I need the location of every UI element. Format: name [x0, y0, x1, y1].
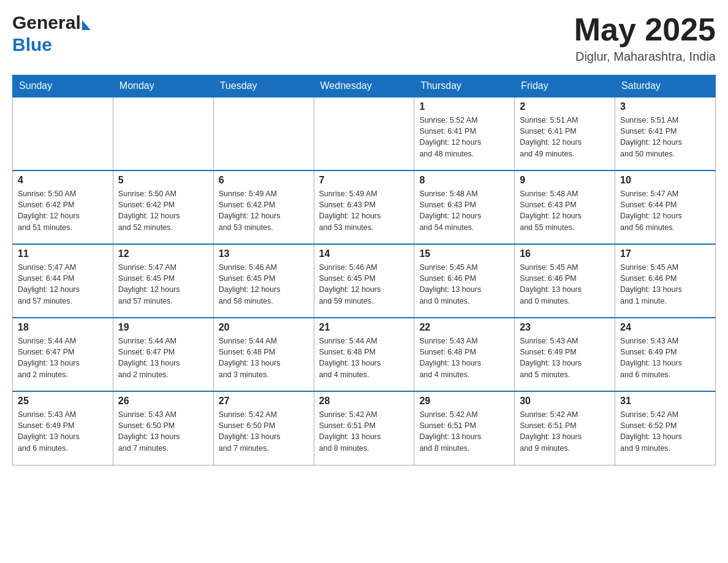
calendar-week-row: 4Sunrise: 5:50 AM Sunset: 6:42 PM Daylig…	[13, 170, 716, 244]
day-number: 8	[419, 175, 509, 186]
calendar-week-row: 18Sunrise: 5:44 AM Sunset: 6:47 PM Dayli…	[13, 318, 716, 391]
day-number: 9	[520, 175, 610, 186]
calendar-cell: 9Sunrise: 5:48 AM Sunset: 6:43 PM Daylig…	[515, 170, 615, 244]
header-sunday: Sunday	[13, 75, 113, 98]
day-number: 28	[319, 396, 409, 407]
calendar-cell: 29Sunrise: 5:42 AM Sunset: 6:51 PM Dayli…	[414, 391, 515, 465]
calendar-cell: 27Sunrise: 5:42 AM Sunset: 6:50 PM Dayli…	[213, 391, 314, 465]
calendar-cell	[13, 97, 113, 170]
calendar-cell: 11Sunrise: 5:47 AM Sunset: 6:44 PM Dayli…	[13, 244, 113, 318]
day-info: Sunrise: 5:50 AM Sunset: 6:42 PM Dayligh…	[18, 188, 108, 233]
calendar-cell: 15Sunrise: 5:45 AM Sunset: 6:46 PM Dayli…	[414, 244, 515, 318]
day-number: 18	[18, 322, 108, 333]
calendar-week-row: 11Sunrise: 5:47 AM Sunset: 6:44 PM Dayli…	[13, 244, 716, 318]
day-info: Sunrise: 5:44 AM Sunset: 6:48 PM Dayligh…	[219, 335, 309, 380]
day-number: 13	[219, 248, 309, 259]
header-monday: Monday	[113, 75, 213, 98]
calendar-cell: 30Sunrise: 5:42 AM Sunset: 6:51 PM Dayli…	[515, 391, 615, 465]
day-number: 2	[520, 101, 610, 112]
day-number: 16	[520, 248, 610, 259]
day-info: Sunrise: 5:42 AM Sunset: 6:51 PM Dayligh…	[319, 409, 409, 454]
day-info: Sunrise: 5:47 AM Sunset: 6:44 PM Dayligh…	[18, 262, 108, 307]
day-number: 7	[319, 175, 409, 186]
calendar-cell: 16Sunrise: 5:45 AM Sunset: 6:46 PM Dayli…	[515, 244, 615, 318]
calendar-cell: 6Sunrise: 5:49 AM Sunset: 6:42 PM Daylig…	[213, 170, 314, 244]
day-number: 31	[620, 396, 710, 407]
day-info: Sunrise: 5:48 AM Sunset: 6:43 PM Dayligh…	[520, 188, 610, 233]
day-info: Sunrise: 5:46 AM Sunset: 6:45 PM Dayligh…	[319, 262, 409, 307]
day-number: 5	[118, 175, 208, 186]
day-info: Sunrise: 5:47 AM Sunset: 6:44 PM Dayligh…	[620, 188, 710, 233]
day-number: 3	[620, 101, 710, 112]
calendar-cell: 13Sunrise: 5:46 AM Sunset: 6:45 PM Dayli…	[213, 244, 314, 318]
day-info: Sunrise: 5:42 AM Sunset: 6:51 PM Dayligh…	[520, 409, 610, 454]
logo-blue-text: Blue	[12, 34, 52, 55]
calendar-cell: 23Sunrise: 5:43 AM Sunset: 6:49 PM Dayli…	[515, 318, 615, 391]
calendar-week-row: 1Sunrise: 5:52 AM Sunset: 6:41 PM Daylig…	[13, 97, 716, 170]
day-info: Sunrise: 5:50 AM Sunset: 6:42 PM Dayligh…	[118, 188, 208, 233]
day-info: Sunrise: 5:51 AM Sunset: 6:41 PM Dayligh…	[520, 115, 610, 159]
day-info: Sunrise: 5:49 AM Sunset: 6:43 PM Dayligh…	[319, 188, 409, 233]
day-info: Sunrise: 5:42 AM Sunset: 6:51 PM Dayligh…	[419, 409, 509, 454]
calendar-header-row: SundayMondayTuesdayWednesdayThursdayFrid…	[13, 75, 716, 98]
day-info: Sunrise: 5:42 AM Sunset: 6:52 PM Dayligh…	[620, 409, 710, 454]
calendar-cell: 8Sunrise: 5:48 AM Sunset: 6:43 PM Daylig…	[414, 170, 515, 244]
day-info: Sunrise: 5:44 AM Sunset: 6:48 PM Dayligh…	[319, 335, 409, 380]
day-info: Sunrise: 5:46 AM Sunset: 6:45 PM Dayligh…	[219, 262, 309, 307]
header-tuesday: Tuesday	[213, 75, 314, 98]
location-text: Diglur, Maharashtra, India	[574, 50, 716, 64]
day-number: 24	[620, 322, 710, 333]
month-title: May 2025	[574, 12, 716, 47]
day-number: 25	[18, 396, 108, 407]
calendar-week-row: 25Sunrise: 5:43 AM Sunset: 6:49 PM Dayli…	[13, 391, 716, 465]
logo-general-text: General	[12, 12, 81, 33]
calendar-cell: 14Sunrise: 5:46 AM Sunset: 6:45 PM Dayli…	[314, 244, 414, 318]
calendar-cell: 7Sunrise: 5:49 AM Sunset: 6:43 PM Daylig…	[314, 170, 414, 244]
page-header: General Blue May 2025 Diglur, Maharashtr…	[12, 12, 716, 64]
calendar-cell: 17Sunrise: 5:45 AM Sunset: 6:46 PM Dayli…	[615, 244, 716, 318]
logo: General Blue	[12, 12, 91, 55]
calendar-cell: 28Sunrise: 5:42 AM Sunset: 6:51 PM Dayli…	[314, 391, 414, 465]
calendar-cell: 19Sunrise: 5:44 AM Sunset: 6:47 PM Dayli…	[113, 318, 213, 391]
day-info: Sunrise: 5:47 AM Sunset: 6:45 PM Dayligh…	[118, 262, 208, 307]
header-friday: Friday	[515, 75, 615, 98]
day-number: 1	[419, 101, 509, 112]
day-info: Sunrise: 5:45 AM Sunset: 6:46 PM Dayligh…	[419, 262, 509, 307]
calendar-cell: 12Sunrise: 5:47 AM Sunset: 6:45 PM Dayli…	[113, 244, 213, 318]
day-info: Sunrise: 5:43 AM Sunset: 6:50 PM Dayligh…	[118, 409, 208, 454]
day-info: Sunrise: 5:44 AM Sunset: 6:47 PM Dayligh…	[118, 335, 208, 380]
calendar-cell: 25Sunrise: 5:43 AM Sunset: 6:49 PM Dayli…	[13, 391, 113, 465]
day-number: 23	[520, 322, 610, 333]
calendar-cell: 20Sunrise: 5:44 AM Sunset: 6:48 PM Dayli…	[213, 318, 314, 391]
calendar-cell: 2Sunrise: 5:51 AM Sunset: 6:41 PM Daylig…	[515, 97, 615, 170]
day-info: Sunrise: 5:45 AM Sunset: 6:46 PM Dayligh…	[520, 262, 610, 307]
day-info: Sunrise: 5:43 AM Sunset: 6:49 PM Dayligh…	[520, 335, 610, 380]
calendar-cell: 21Sunrise: 5:44 AM Sunset: 6:48 PM Dayli…	[314, 318, 414, 391]
calendar-cell	[213, 97, 314, 170]
calendar-cell: 10Sunrise: 5:47 AM Sunset: 6:44 PM Dayli…	[615, 170, 716, 244]
calendar-cell: 4Sunrise: 5:50 AM Sunset: 6:42 PM Daylig…	[13, 170, 113, 244]
day-info: Sunrise: 5:45 AM Sunset: 6:46 PM Dayligh…	[620, 262, 710, 307]
calendar-cell	[113, 97, 213, 170]
day-number: 27	[219, 396, 309, 407]
day-info: Sunrise: 5:43 AM Sunset: 6:49 PM Dayligh…	[18, 409, 108, 454]
day-info: Sunrise: 5:42 AM Sunset: 6:50 PM Dayligh…	[219, 409, 309, 454]
day-number: 15	[419, 248, 509, 259]
day-number: 21	[319, 322, 409, 333]
day-number: 14	[319, 248, 409, 259]
day-info: Sunrise: 5:52 AM Sunset: 6:41 PM Dayligh…	[419, 115, 509, 159]
day-number: 10	[620, 175, 710, 186]
day-number: 12	[118, 248, 208, 259]
calendar-cell: 31Sunrise: 5:42 AM Sunset: 6:52 PM Dayli…	[615, 391, 716, 465]
day-number: 6	[219, 175, 309, 186]
day-number: 30	[520, 396, 610, 407]
day-info: Sunrise: 5:44 AM Sunset: 6:47 PM Dayligh…	[18, 335, 108, 380]
header-wednesday: Wednesday	[314, 75, 414, 98]
day-number: 29	[419, 396, 509, 407]
calendar-cell: 22Sunrise: 5:43 AM Sunset: 6:48 PM Dayli…	[414, 318, 515, 391]
day-info: Sunrise: 5:49 AM Sunset: 6:42 PM Dayligh…	[219, 188, 309, 233]
day-number: 22	[419, 322, 509, 333]
calendar-cell: 1Sunrise: 5:52 AM Sunset: 6:41 PM Daylig…	[414, 97, 515, 170]
day-number: 4	[18, 175, 108, 186]
day-number: 11	[18, 248, 108, 259]
